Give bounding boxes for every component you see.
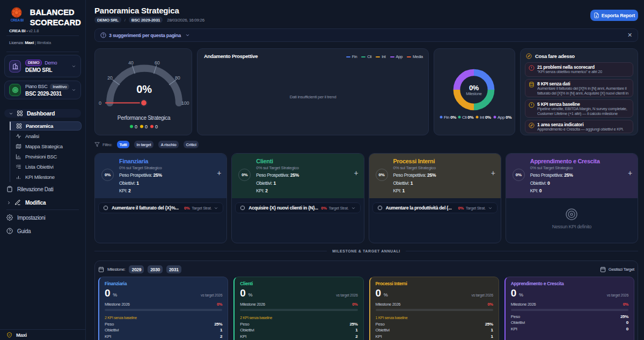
svg-text:80: 80 [175,75,180,81]
svg-text:0: 0 [99,100,101,106]
svg-text:20: 20 [107,75,113,81]
svg-text:60: 60 [155,60,160,66]
svg-text:40: 40 [128,60,134,66]
svg-text:0: 0 [135,124,137,129]
svg-text:0: 0 [155,124,158,129]
svg-text:0%: 0% [469,84,479,92]
svg-text:0: 0 [145,124,148,129]
svg-text:Fin 0%: Fin 0% [444,115,456,120]
svg-text:Cli 0%: Cli 0% [462,115,474,120]
svg-text:Int 0%: Int 0% [480,115,491,120]
svg-text:Performance Strategica: Performance Strategica [118,115,171,121]
svg-text:Milestone: Milestone [466,91,482,96]
svg-text:App 0%: App 0% [497,115,511,120]
svg-text:CREA BI: CREA BI [11,18,24,22]
svg-text:100: 100 [181,100,189,106]
svg-text:0%: 0% [136,83,152,95]
